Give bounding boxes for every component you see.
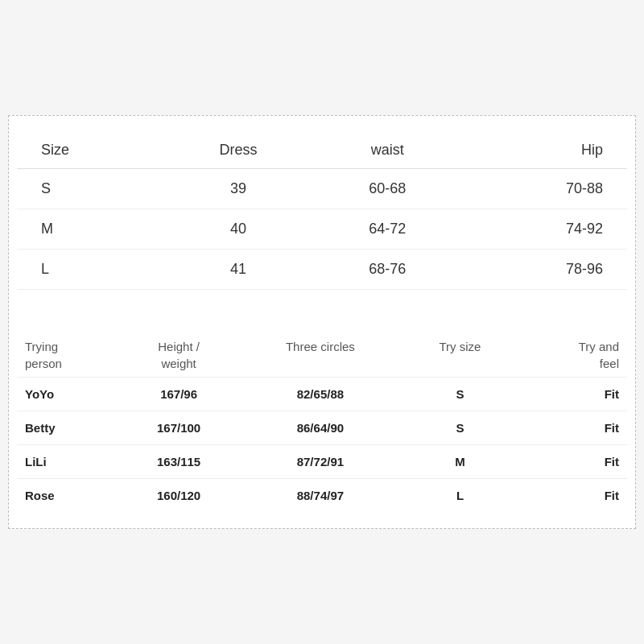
- size-table-cell: 78-96: [461, 250, 627, 290]
- try-table-row: Betty167/10086/64/90SFit: [17, 411, 627, 445]
- hip-header: Hip: [461, 132, 627, 169]
- size-table-cell: 41: [163, 250, 313, 290]
- try-table-row: LiLi163/11587/72/91MFit: [17, 445, 627, 479]
- try-table-header: Three circles: [237, 330, 404, 378]
- try-table-header: Tryingperson: [17, 330, 121, 378]
- try-table-cell: Rose: [17, 479, 121, 513]
- try-table-cell: Fit: [517, 378, 627, 411]
- try-table-cell: 167/96: [121, 378, 237, 411]
- try-table-row: Rose160/12088/74/97LFit: [17, 479, 627, 513]
- try-table-cell: Fit: [517, 411, 627, 445]
- size-table-cell: 70-88: [461, 169, 627, 209]
- try-table: TryingpersonHeight /weightThree circlesT…: [17, 330, 627, 512]
- try-table-cell: Fit: [517, 479, 627, 513]
- try-table-cell: 163/115: [121, 445, 237, 479]
- size-table-cell: 74-92: [461, 209, 627, 250]
- waist-header: waist: [313, 132, 461, 169]
- size-table-row: S3960-6870-88: [17, 169, 627, 209]
- try-table-cell: 82/65/88: [237, 378, 404, 411]
- try-table-cell: 160/120: [121, 479, 237, 513]
- try-table-cell: M: [403, 445, 516, 479]
- size-table-cell: 60-68: [313, 169, 461, 209]
- try-table-cell: YoYo: [17, 378, 121, 411]
- try-table-cell: L: [403, 479, 516, 513]
- size-table-cell: 39: [163, 169, 313, 209]
- try-table-cell: 88/74/97: [237, 479, 404, 513]
- size-table-cell: 64-72: [313, 209, 461, 250]
- try-table-header: Try andfeel: [517, 330, 627, 378]
- size-table: Size Dress waist Hip S3960-6870-88M4064-…: [17, 132, 627, 290]
- try-table-cell: Betty: [17, 411, 121, 445]
- try-table-cell: S: [403, 411, 516, 445]
- try-table-header: Height /weight: [121, 330, 237, 378]
- dress-header: Dress: [163, 132, 313, 169]
- size-table-row: L4168-7678-96: [17, 250, 627, 290]
- try-table-cell: 167/100: [121, 411, 237, 445]
- size-table-cell: M: [17, 209, 163, 250]
- try-table-row: YoYo167/9682/65/88SFit: [17, 378, 627, 411]
- size-table-cell: 40: [163, 209, 313, 250]
- size-table-cell: L: [17, 250, 163, 290]
- try-table-header: Try size: [403, 330, 516, 378]
- table-divider: [17, 314, 627, 330]
- try-table-cell: Fit: [517, 445, 627, 479]
- try-table-cell: 86/64/90: [237, 411, 404, 445]
- size-table-cell: S: [17, 169, 163, 209]
- try-table-cell: S: [403, 378, 516, 411]
- size-header: Size: [17, 132, 163, 169]
- try-table-cell: LiLi: [17, 445, 121, 479]
- size-table-row: M4064-7274-92: [17, 209, 627, 250]
- page-container: Size Dress waist Hip S3960-6870-88M4064-…: [8, 115, 636, 529]
- try-table-cell: 87/72/91: [237, 445, 404, 479]
- size-table-cell: 68-76: [313, 250, 461, 290]
